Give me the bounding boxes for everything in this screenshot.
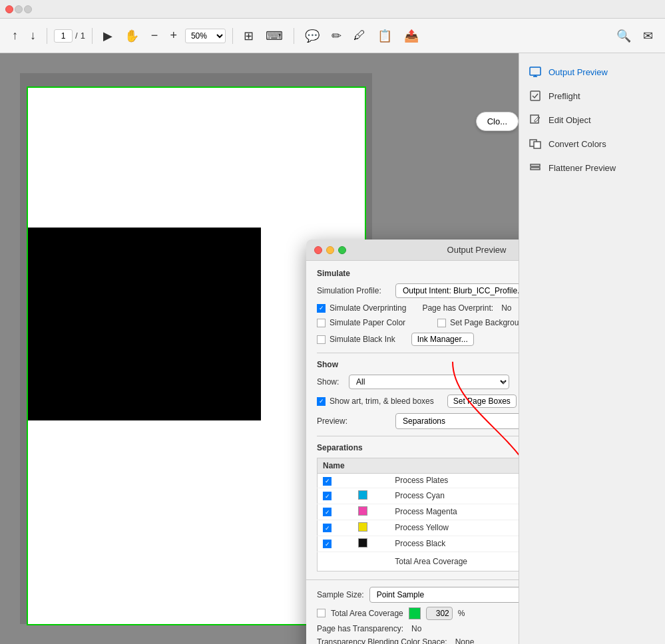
- mail-btn[interactable]: ✉: [639, 26, 657, 46]
- coverage-color-swatch[interactable]: [409, 607, 421, 619]
- show-section-label: Show: [317, 360, 519, 369]
- zoom-in-btn[interactable]: +: [166, 26, 181, 45]
- panel-item-flattener-preview[interactable]: Flattener Preview: [519, 156, 665, 180]
- set-page-bg-cb-row: Set Page Background Color: [437, 318, 519, 327]
- simulate-black-ink-cb-row: Simulate Black Ink: [317, 335, 395, 344]
- page-transparency-label: Page has Transparency:: [317, 624, 403, 633]
- sep-name-magenta: Process Magenta: [389, 504, 519, 520]
- page-transparency-value: No: [411, 624, 421, 633]
- sep-name-cyan: Process Cyan: [389, 488, 519, 504]
- toolbar: ↑ ↓ / 1 ▶ ✋ − + 50% 25% 75% 100% ⊞ ⌨ 💬 ✏…: [0, 19, 665, 53]
- ink-manager-btn[interactable]: Ink Manager...: [411, 333, 474, 346]
- pen-btn[interactable]: ✏: [328, 26, 345, 46]
- share-btn[interactable]: 📤: [400, 26, 423, 46]
- sample-size-label: Sample Size:: [317, 590, 364, 599]
- right-panel: Output Preview Preflight Edit Object: [519, 53, 665, 644]
- row-check-process-plates[interactable]: ✓: [323, 477, 332, 486]
- simulate-section-label: Simulate: [317, 269, 519, 278]
- show-select-wrapper: All Cyan Magenta Yellow Black: [349, 375, 509, 389]
- output-preview-icon: [529, 65, 542, 79]
- simulate-paper-cb-row: Simulate Paper Color: [317, 318, 405, 327]
- show-label: Show:: [317, 377, 343, 387]
- simulate-overprinting-label: Simulate Overprinting: [330, 303, 406, 313]
- divider-1: [317, 353, 519, 353]
- sep-name-process-plates: Process Plates: [389, 474, 519, 488]
- row-check-black[interactable]: ✓: [323, 540, 332, 548]
- sample-size-wrapper: Point Sample 3x3 Average 5x5 Average: [369, 587, 519, 603]
- table-row-tac: Total Area Coverage 335%: [318, 552, 519, 571]
- row-check-yellow[interactable]: ✓: [323, 524, 332, 532]
- total-coverage-checkbox[interactable]: [317, 609, 326, 617]
- zoom-out-btn[interactable]: −: [147, 26, 162, 45]
- transparency-blending-label: Transparency Blending Color Space:: [317, 637, 447, 645]
- edit-object-icon: [529, 113, 542, 126]
- toolbar-divider-2: [92, 28, 93, 44]
- panel-item-edit-object[interactable]: Edit Object: [519, 108, 665, 132]
- page-separator: /: [75, 31, 78, 41]
- layout-btn[interactable]: ⊞: [240, 26, 258, 46]
- dialog-close-btn[interactable]: [314, 246, 322, 254]
- set-page-boxes-btn[interactable]: Set Page Boxes: [447, 395, 517, 408]
- transparency-blending-row: Transparency Blending Color Space: None: [317, 637, 519, 645]
- sep-name-yellow: Process Yellow: [389, 520, 519, 536]
- panel-label-output-preview: Output Preview: [549, 67, 608, 77]
- page-has-overprint-value: No: [501, 303, 511, 313]
- simulation-profile-select[interactable]: Output Intent: Blurb_ICC_Profile.icc: [395, 283, 519, 298]
- window-close-btn[interactable]: [5, 5, 13, 13]
- panel-item-output-preview[interactable]: Output Preview: [519, 60, 665, 84]
- zoom-select[interactable]: 50% 25% 75% 100%: [185, 29, 226, 43]
- search-btn[interactable]: 🔍: [612, 26, 635, 46]
- cyan-swatch: [358, 490, 367, 500]
- show-art-trim-checkbox[interactable]: ✓: [317, 397, 326, 406]
- window-maximize-btn[interactable]: [24, 5, 32, 13]
- panel-item-preflight[interactable]: Preflight: [519, 84, 665, 108]
- separations-label: Separations: [317, 443, 519, 452]
- separations-section: Separations Name ✓ Proc: [317, 443, 519, 571]
- simulate-paper-checkbox[interactable]: [317, 319, 326, 327]
- simulate-black-ink-checkbox[interactable]: [317, 335, 326, 344]
- toolbar-right: 🔍 ✉: [612, 26, 657, 46]
- set-page-bg-label: Set Page Background Color: [450, 318, 519, 327]
- dialog-titlebar: Output Preview: [306, 240, 519, 261]
- window-minimize-btn[interactable]: [15, 5, 23, 13]
- scroll-up-btn[interactable]: ↑: [8, 26, 22, 45]
- set-page-bg-checkbox[interactable]: [437, 319, 446, 327]
- simulate-overprinting-cb-row: ✓ Simulate Overprinting: [317, 303, 406, 313]
- keyboard-btn[interactable]: ⌨: [262, 26, 287, 46]
- panel-item-convert-colors[interactable]: Convert Colors: [519, 132, 665, 156]
- show-art-trim-row: ✓ Show art, trim, & bleed boxes Set Page…: [317, 395, 519, 408]
- stamp-btn[interactable]: 📋: [373, 26, 396, 46]
- show-select[interactable]: All Cyan Magenta Yellow Black: [349, 375, 509, 389]
- table-row: ✓ Process Plates: [318, 474, 519, 488]
- simulation-profile-wrapper: Output Intent: Blurb_ICC_Profile.icc: [395, 283, 519, 298]
- hand-tool-btn[interactable]: ✋: [120, 26, 143, 46]
- preflight-icon: [529, 89, 542, 102]
- close-panel-btn[interactable]: Clo...: [476, 112, 519, 131]
- svg-rect-4: [531, 91, 540, 100]
- panel-label-preflight: Preflight: [549, 91, 580, 101]
- sample-size-select[interactable]: Point Sample 3x3 Average 5x5 Average: [369, 587, 519, 603]
- separations-table: Name ✓ Process Plates: [317, 458, 519, 571]
- black-rect: [28, 228, 261, 420]
- dialog-title: Output Preview: [322, 245, 519, 255]
- select-tool-btn[interactable]: ▶: [99, 26, 116, 46]
- scroll-down-btn[interactable]: ↓: [26, 26, 40, 45]
- markup-btn[interactable]: 🖊: [349, 26, 369, 45]
- show-art-trim-cb-row: ✓ Show art, trim, & bleed boxes: [317, 397, 434, 406]
- panel-label-edit-object: Edit Object: [549, 115, 591, 125]
- transparency-blending-value: None: [455, 637, 475, 645]
- main-area: Clo... Output Preview Simulate Simulatio…: [0, 53, 665, 644]
- sep-name-tac: Total Area Coverage: [389, 552, 519, 571]
- title-bar: [0, 0, 665, 19]
- page-number-input[interactable]: [54, 29, 73, 43]
- preview-select[interactable]: Separations Color Warnings None: [395, 413, 519, 429]
- sep-name-black: Process Black: [389, 536, 519, 552]
- simulation-profile-row: Simulation Profile: Output Intent: Blurb…: [317, 283, 519, 298]
- divider-2: [317, 436, 519, 436]
- row-check-cyan[interactable]: ✓: [323, 492, 332, 500]
- total-coverage-label: Total Area Coverage: [331, 609, 403, 618]
- row-check-magenta[interactable]: ✓: [323, 508, 332, 516]
- coverage-threshold-input[interactable]: [426, 607, 453, 620]
- comment-btn[interactable]: 💬: [301, 26, 324, 46]
- simulate-overprinting-checkbox[interactable]: ✓: [317, 304, 326, 313]
